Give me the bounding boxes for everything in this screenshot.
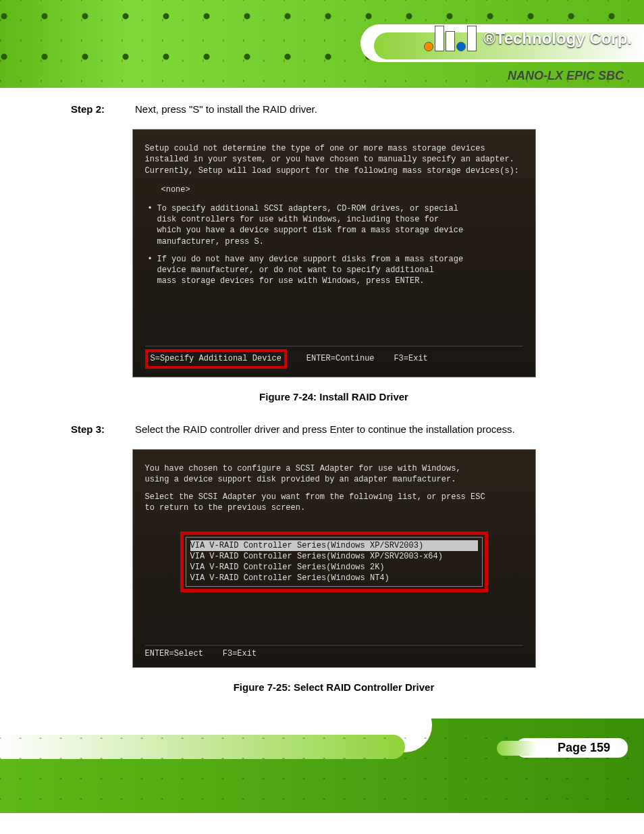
setup1-b2-line: mass storage devices for use with Window… bbox=[157, 276, 523, 286]
setup1-line: Currently, Setup will load support for t… bbox=[145, 165, 523, 176]
setup2-line: to return to the previous screen. bbox=[145, 502, 523, 513]
driver-select-list: VIA V-RAID Controller Series(Windows XP/… bbox=[186, 537, 483, 588]
step-2: Step 2: Next, press "S" to install the R… bbox=[71, 101, 597, 117]
corp-name: ®Technology Corp. bbox=[483, 29, 632, 48]
step-3: Step 3: Select the RAID controller drive… bbox=[71, 421, 597, 437]
setup1-b2-line: device manufacturer, or do not want to s… bbox=[157, 265, 523, 276]
setup2-line: using a device support disk provided by … bbox=[145, 474, 523, 485]
enter-select-label: ENTER=Select bbox=[145, 649, 203, 658]
s-specify-highlight: S=Specify Additional Device bbox=[145, 349, 287, 368]
page-content: Step 2: Next, press "S" to install the R… bbox=[0, 88, 644, 719]
step-2-label: Step 2: bbox=[71, 101, 135, 117]
setup-screenshot-1: Setup could not determine the type of on… bbox=[132, 129, 536, 377]
corp-logo-badge: ®Technology Corp. bbox=[424, 26, 632, 51]
iei-logo-icon bbox=[424, 26, 477, 51]
page-footer: Page 159 bbox=[0, 719, 644, 813]
setup2-line: Select the SCSI Adapter you want from th… bbox=[145, 492, 523, 502]
page-number: Page 159 bbox=[516, 738, 628, 758]
setup1-bullet2: If you do not have any device support di… bbox=[145, 254, 523, 287]
figure-7-25-caption: Figure 7-25: Select RAID Controller Driv… bbox=[71, 681, 597, 693]
setup2-line: You have chosen to configure a SCSI Adap… bbox=[145, 463, 523, 474]
driver-option: VIA V-RAID Controller Series(Windows XP/… bbox=[190, 551, 478, 562]
enter-continue-label: ENTER=Continue bbox=[306, 354, 375, 363]
setup1-b1-line: manufacturer, press S. bbox=[157, 236, 523, 247]
setup2-footer: ENTER=Select F3=Exit bbox=[145, 645, 523, 659]
page-header: ®Technology Corp. NANO-LX EPIC SBC bbox=[0, 0, 644, 88]
figure-7-24-caption: Figure 7-24: Install RAID Driver bbox=[71, 391, 597, 402]
setup-screenshot-2: You have chosen to configure a SCSI Adap… bbox=[132, 449, 536, 669]
setup1-none: <none> bbox=[161, 184, 523, 195]
setup1-footer: S=Specify Additional Device ENTER=Contin… bbox=[145, 346, 523, 368]
f3-exit-label: F3=Exit bbox=[223, 649, 257, 658]
setup1-b1-line: To specify additional SCSI adapters, CD-… bbox=[157, 203, 523, 214]
page-number-badge: Page 159 bbox=[516, 738, 628, 758]
setup1-b2-line: If you do not have any device support di… bbox=[157, 254, 523, 265]
step-2-text: Next, press "S" to install the RAID driv… bbox=[135, 101, 597, 117]
setup1-b1-line: disk controllers for use with Windows, i… bbox=[157, 214, 523, 225]
setup1-b1-line: which you have a device support disk fro… bbox=[157, 225, 523, 236]
step-3-label: Step 3: bbox=[71, 421, 135, 437]
footer-circuit-texture bbox=[0, 719, 644, 813]
setup1-line: Setup could not determine the type of on… bbox=[145, 143, 523, 154]
driver-option: VIA V-RAID Controller Series(Windows NT4… bbox=[190, 573, 478, 583]
step-3-text: Select the RAID controller driver and pr… bbox=[135, 421, 597, 437]
product-name: NANO-LX EPIC SBC bbox=[508, 69, 624, 83]
driver-option: VIA V-RAID Controller Series(Windows 2K) bbox=[190, 562, 478, 573]
setup1-line: installed in your system, or you have ch… bbox=[145, 154, 523, 165]
f3-exit-label: F3=Exit bbox=[394, 354, 427, 363]
driver-select-highlight: VIA V-RAID Controller Series(Windows XP/… bbox=[180, 531, 488, 593]
setup1-bullet1: To specify additional SCSI adapters, CD-… bbox=[145, 203, 523, 247]
driver-option-selected: VIA V-RAID Controller Series(Windows XP/… bbox=[190, 540, 478, 551]
